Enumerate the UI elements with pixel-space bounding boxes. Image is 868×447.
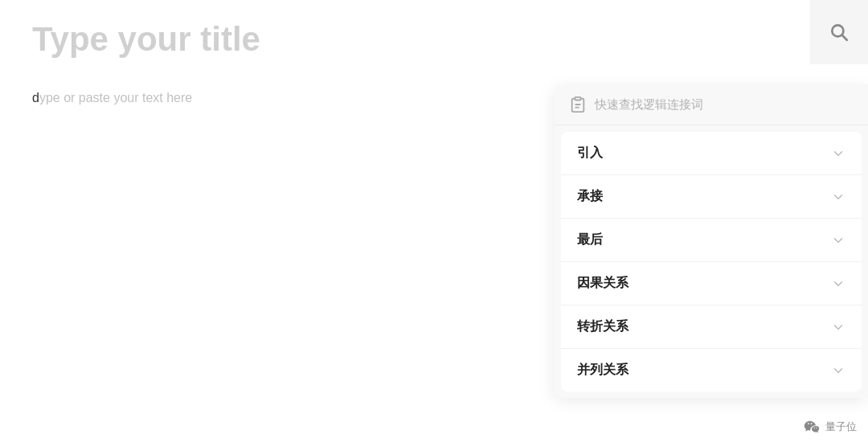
menu-item-label-contrast: 转折关系 xyxy=(577,318,628,335)
body-cursor: d xyxy=(32,91,39,105)
chevron-icon-intro xyxy=(831,146,845,161)
clipboard-icon xyxy=(569,96,587,113)
chevron-icon-continue xyxy=(831,190,845,204)
chevron-icon-causality xyxy=(831,277,845,291)
menu-item-label-continue: 承接 xyxy=(577,188,603,205)
menu-item-intro[interactable]: 引入 xyxy=(561,132,862,175)
search-button[interactable] xyxy=(810,0,868,64)
menu-item-parallel[interactable]: 并列关系 xyxy=(561,349,862,392)
chevron-icon-contrast xyxy=(831,320,845,334)
menu-item-label-parallel: 并列关系 xyxy=(577,362,628,379)
watermark-text: 量子位 xyxy=(825,420,857,434)
search-icon xyxy=(829,22,850,43)
menu-list: 引入承接最后因果关系转折关系并列关系 xyxy=(561,132,862,392)
chevron-icon-parallel xyxy=(831,363,845,378)
wechat-icon xyxy=(803,418,821,436)
dropdown-panel: 快速查找逻辑连接词 引入承接最后因果关系转折关系并列关系 xyxy=(555,84,868,398)
menu-item-label-finally: 最后 xyxy=(577,232,603,248)
search-placeholder: 快速查找逻辑连接词 xyxy=(595,97,703,113)
chevron-icon-finally xyxy=(831,233,845,248)
menu-item-causality[interactable]: 因果关系 xyxy=(561,262,862,306)
svg-line-1 xyxy=(842,35,847,40)
menu-item-label-intro: 引入 xyxy=(577,145,603,162)
svg-rect-2 xyxy=(575,97,580,100)
menu-item-contrast[interactable]: 转折关系 xyxy=(561,306,862,349)
menu-item-label-causality: 因果关系 xyxy=(577,275,628,292)
body-placeholder: ype or paste your text here xyxy=(39,91,192,105)
watermark: 量子位 xyxy=(803,418,857,436)
search-bar[interactable]: 快速查找逻辑连接词 xyxy=(555,84,868,125)
menu-item-continue[interactable]: 承接 xyxy=(561,175,862,219)
title-input[interactable]: Type your title xyxy=(32,16,514,63)
menu-item-finally[interactable]: 最后 xyxy=(561,219,862,262)
